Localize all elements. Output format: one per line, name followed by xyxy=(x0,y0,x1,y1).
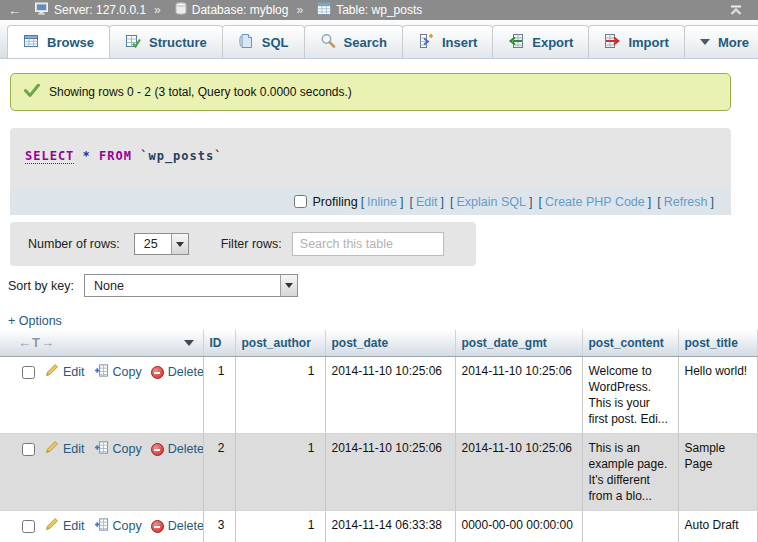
explain-sql-link[interactable]: Explain SQL xyxy=(456,195,525,209)
header-post-content[interactable]: post_content xyxy=(582,330,678,356)
create-php-code-link[interactable]: Create PHP Code xyxy=(545,195,645,209)
row-checkbox[interactable] xyxy=(22,443,35,456)
profiling-checkbox[interactable] xyxy=(294,195,307,208)
bracket: [ xyxy=(538,195,541,209)
sort-by-key-label: Sort by key: xyxy=(8,279,74,293)
tab-browse[interactable]: Browse xyxy=(7,25,110,58)
edit-query-link[interactable]: Edit xyxy=(416,195,438,209)
tab-sql[interactable]: SQL xyxy=(222,25,305,58)
table-header-row: ←T→ ID post_author post_date post_date_g… xyxy=(0,330,758,356)
edit-button[interactable]: Edit xyxy=(45,363,85,381)
header-id[interactable]: ID xyxy=(203,330,235,356)
tab-more[interactable]: More xyxy=(684,25,758,58)
filter-rows-input[interactable] xyxy=(292,232,444,256)
sort-by-key-select[interactable]: None xyxy=(84,274,298,297)
number-of-rows-select[interactable]: 25 xyxy=(134,233,189,255)
breadcrumb-separator: » xyxy=(296,3,303,17)
delete-button[interactable]: Delete xyxy=(151,441,203,457)
cell-post-date: 2014-11-14 06:33:38 xyxy=(325,510,455,542)
copy-button[interactable]: Copy xyxy=(94,363,142,382)
sql-keyword-select: SELECT xyxy=(25,149,74,164)
success-check-icon xyxy=(24,84,40,100)
sql-icon xyxy=(238,33,254,52)
bracket: [ xyxy=(657,195,660,209)
delete-label: Delete xyxy=(168,441,203,457)
breadcrumb-table[interactable]: Table: wp_posts xyxy=(317,2,422,18)
tab-search-label: Search xyxy=(344,35,387,50)
tab-structure[interactable]: Structure xyxy=(109,25,223,58)
delete-label: Delete xyxy=(168,518,203,534)
cell-post-date: 2014-11-10 10:25:06 xyxy=(325,433,455,510)
bracket: [ xyxy=(409,195,412,209)
structure-icon xyxy=(125,33,141,52)
back-arrow-icon[interactable]: ← xyxy=(8,3,21,18)
breadcrumb-server[interactable]: Server: 127.0.0.1 xyxy=(35,2,146,18)
sql-keyword-from: FROM xyxy=(99,149,132,163)
copy-icon xyxy=(94,363,109,382)
bracket: [ xyxy=(450,195,453,209)
delete-button[interactable]: Delete xyxy=(151,364,203,380)
bracket: ] xyxy=(711,195,714,209)
tab-structure-label: Structure xyxy=(149,35,207,50)
sort-dropdown-icon[interactable] xyxy=(184,340,194,346)
edit-button[interactable]: Edit xyxy=(45,517,85,535)
collapse-topbar-icon[interactable] xyxy=(728,3,744,20)
export-icon xyxy=(508,33,524,52)
delete-icon xyxy=(151,520,164,533)
copy-button[interactable]: Copy xyxy=(94,440,142,459)
row-checkbox[interactable] xyxy=(22,366,35,379)
breadcrumb-database[interactable]: Database: myblog xyxy=(175,2,289,18)
sort-by-key-row: Sort by key: None xyxy=(8,274,298,297)
sort-by-key-value: None xyxy=(85,275,280,296)
tab-browse-label: Browse xyxy=(47,35,94,50)
copy-icon xyxy=(94,517,109,536)
column-arrows: ←T→ xyxy=(18,335,55,350)
sql-footer-bar: Profiling [Inline] [Edit] [Explain SQL] … xyxy=(10,188,731,215)
tab-export-label: Export xyxy=(532,35,573,50)
pencil-icon xyxy=(45,363,59,381)
tab-search[interactable]: Search xyxy=(304,25,403,58)
search-icon xyxy=(320,33,336,52)
sql-query-text: SELECT * FROM `wp_posts` xyxy=(25,149,222,163)
success-message-text: Showing rows 0 - 2 (3 total, Query took … xyxy=(49,85,352,99)
filter-rows-label: Filter rows: xyxy=(221,237,282,251)
copy-icon xyxy=(94,440,109,459)
cell-post-date-gmt: 0000-00-00 00:00:00 xyxy=(455,510,582,542)
row-checkbox[interactable] xyxy=(22,520,35,533)
pencil-icon xyxy=(45,440,59,458)
cell-post-title: Sample Page xyxy=(678,433,758,510)
refresh-link[interactable]: Refresh xyxy=(664,195,708,209)
cell-post-title: Hello world! xyxy=(678,356,758,433)
options-toggle-link[interactable]: + Options xyxy=(8,314,62,328)
header-post-date-gmt[interactable]: post_date_gmt xyxy=(455,330,582,356)
database-icon xyxy=(175,2,187,18)
results-table: ←T→ ID post_author post_date post_date_g… xyxy=(0,330,758,542)
number-of-rows-value: 25 xyxy=(135,234,171,254)
tab-insert[interactable]: Insert xyxy=(402,25,493,58)
table-row: Edit Copy Delete 1 1 2014-11-10 1 xyxy=(0,356,758,433)
sql-table-identifier: `wp_posts` xyxy=(140,149,222,163)
copy-button[interactable]: Copy xyxy=(94,517,142,536)
cell-post-content xyxy=(582,510,678,542)
tab-export[interactable]: Export xyxy=(492,25,589,58)
header-post-author[interactable]: post_author xyxy=(235,330,325,356)
bracket: ] xyxy=(441,195,444,209)
server-icon xyxy=(35,2,49,18)
chevron-down-icon xyxy=(700,39,710,45)
browse-controls-bar: Number of rows: 25 Filter rows: xyxy=(10,222,476,266)
cell-post-author: 1 xyxy=(235,433,325,510)
edit-button[interactable]: Edit xyxy=(45,440,85,458)
sql-query-box: SELECT * FROM `wp_posts` Profiling [Inli… xyxy=(10,128,731,215)
header-post-date[interactable]: post_date xyxy=(325,330,455,356)
copy-label: Copy xyxy=(113,364,142,380)
delete-button[interactable]: Delete xyxy=(151,518,203,534)
inline-link[interactable]: Inline xyxy=(367,195,397,209)
header-post-title[interactable]: post_title xyxy=(678,330,758,356)
select-arrow-icon xyxy=(171,234,188,254)
tab-sql-label: SQL xyxy=(262,35,289,50)
header-actions: ←T→ xyxy=(0,330,203,356)
bracket: ] xyxy=(400,195,403,209)
tab-more-label: More xyxy=(718,35,749,50)
tab-import[interactable]: Import xyxy=(588,25,684,58)
bracket: [ xyxy=(361,195,364,209)
